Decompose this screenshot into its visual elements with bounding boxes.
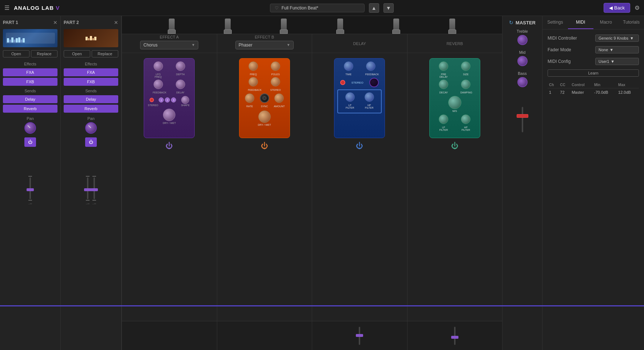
part1-fxa-button[interactable]: FXA — [3, 68, 57, 76]
tab-midi[interactable]: MIDI — [568, 16, 593, 29]
treble-knob[interactable] — [517, 35, 528, 45]
master-sync-icon: ↻ — [509, 20, 513, 25]
midi-table-row: 172Master-70.0dB12.0dB — [548, 88, 639, 97]
heart-icon[interactable]: ♡ — [275, 5, 279, 11]
nav-down-button[interactable]: ▼ — [383, 3, 394, 13]
part2-pan-knob[interactable] — [85, 122, 97, 134]
part2-reverb-button[interactable]: Reverb — [64, 105, 118, 113]
mid-knob[interactable] — [517, 56, 528, 66]
tab-settings[interactable]: Settings — [542, 16, 568, 29]
master-fader[interactable] — [522, 107, 523, 132]
reverb-send-fader[interactable] — [454, 327, 456, 345]
effect-a-label: EFFECT A — [160, 35, 179, 39]
back-button[interactable]: ◀ Back — [604, 3, 630, 13]
part2-fader-left[interactable]: –∞ — [86, 176, 90, 205]
fader-mode-select[interactable]: None ▼ — [595, 46, 639, 53]
cable-6 — [448, 19, 456, 34]
bass-knob[interactable] — [517, 77, 528, 87]
part1-replace-button[interactable]: Replace — [31, 50, 57, 57]
reverb-predelay-knob[interactable] — [439, 61, 448, 71]
part1-close-button[interactable]: ✕ — [53, 20, 57, 25]
reverb-pedal: PRE DELAY SIZE DECAY DAMPING M/S — [429, 58, 480, 138]
treble-eq-item: Treble — [506, 29, 538, 45]
col-cc: CC — [558, 82, 570, 88]
chorus-drywet-knob[interactable] — [163, 109, 175, 121]
delay-ping-pong-knob[interactable] — [369, 78, 379, 87]
part1-fxb-button[interactable]: FXB — [3, 78, 57, 86]
delay-lp-filter-knob[interactable] — [345, 92, 355, 102]
part2-open-button[interactable]: Open — [64, 50, 90, 57]
phaser-freq-knob[interactable] — [249, 61, 258, 71]
delay-time-knob[interactable] — [344, 61, 353, 71]
part1-open-button[interactable]: Open — [3, 50, 29, 57]
reverb-hp-filter-knob[interactable] — [461, 114, 470, 124]
tab-macro[interactable]: Macro — [593, 16, 619, 29]
reverb-power-button[interactable]: ⏻ — [451, 142, 458, 150]
part2-close-button[interactable]: ✕ — [114, 20, 118, 25]
right-tabs: Settings MIDI Macro Tutorials — [542, 16, 644, 29]
part1-pan-knob[interactable] — [24, 122, 36, 134]
effect-b-power-button[interactable]: ⏻ — [261, 142, 268, 150]
part1-reverb-button[interactable]: Reverb — [3, 105, 57, 113]
part2-fader-right[interactable]: –∞ — [92, 176, 96, 205]
chorus-shape-knob[interactable] — [181, 96, 189, 104]
learn-button[interactable]: Learn — [548, 69, 639, 77]
effects-faders-row — [122, 321, 502, 350]
chorus-depth-knob[interactable] — [176, 61, 185, 71]
reverb-ms-knob[interactable] — [448, 96, 461, 109]
reverb-lp-filter-knob[interactable] — [439, 114, 448, 124]
midi-controller-select[interactable]: Generic 9 Knobs ▼ — [595, 35, 639, 42]
delay-feedback-knob[interactable] — [366, 61, 375, 71]
reverb-size-knob[interactable] — [461, 61, 470, 71]
delay-slot: TIME FEEDBACK STEREO — [312, 53, 408, 321]
part2-power-button[interactable]: ⏻ — [85, 137, 97, 147]
part2-header: PART 2 ✕ — [64, 20, 118, 25]
delay-send-fader[interactable] — [359, 327, 360, 345]
part1-fader[interactable]: –∞ — [28, 176, 32, 205]
menu-icon[interactable]: ☰ — [4, 4, 9, 11]
delay-power-button[interactable]: ⏻ — [356, 142, 363, 150]
part1-thumbnail[interactable] — [3, 29, 57, 47]
phaser-drywet-knob[interactable] — [258, 110, 271, 123]
phaser-feedback-knob[interactable] — [249, 77, 258, 87]
settings-icon[interactable]: ⚙ — [635, 4, 640, 11]
chorus-selector[interactable]: 1 2 3 — [159, 97, 176, 102]
phaser-sync-knob[interactable] — [260, 93, 269, 103]
part1-header: PART 1 ✕ — [3, 20, 57, 25]
chorus-delay-knob[interactable] — [176, 80, 185, 89]
part2-fxa-button[interactable]: FXA — [64, 68, 118, 76]
phaser-poles-knob[interactable] — [271, 61, 280, 71]
tab-tutorials[interactable]: Tutorials — [619, 16, 644, 29]
reverb-decay-knob[interactable] — [439, 80, 448, 89]
delay-stereo-label: STEREO — [351, 81, 363, 84]
part2-thumbnail[interactable] — [64, 29, 118, 47]
midi-config-select[interactable]: User1 ▼ — [595, 58, 639, 65]
chorus-power-led — [150, 98, 154, 102]
midi-table: Ch CC Control Min Max 172Master-70.0dB12… — [548, 82, 639, 96]
cable-3 — [280, 19, 288, 34]
effect-a-power-button[interactable]: ⏻ — [166, 142, 173, 150]
reverb-slot: PRE DELAY SIZE DECAY DAMPING M/S — [408, 53, 502, 321]
master-column: ↻ MASTER Treble Mid Bass — [502, 16, 542, 350]
part2-replace-button[interactable]: Replace — [92, 50, 118, 57]
effect-b-dropdown[interactable]: Phaser ▼ — [235, 41, 294, 49]
right-panel: Settings MIDI Macro Tutorials MIDI Contr… — [542, 16, 644, 350]
nav-up-button[interactable]: ▲ — [369, 3, 379, 13]
midi-cell-cc: 72 — [558, 88, 570, 97]
phaser-rate-knob[interactable] — [245, 93, 254, 103]
part1-pan-label: Pan — [3, 116, 57, 121]
phaser-stereo-knob[interactable] — [271, 77, 280, 87]
phaser-amount-knob[interactable] — [274, 93, 284, 103]
reverb-damping-knob[interactable] — [461, 80, 470, 89]
part1-power-button[interactable]: ⏻ — [24, 137, 36, 147]
delay-hp-filter-knob[interactable] — [365, 92, 374, 102]
chorus-feedback-knob[interactable] — [154, 80, 163, 89]
effect-a-dropdown[interactable]: Chorus ▼ — [140, 41, 198, 49]
part2-sends-label: Sends — [64, 89, 118, 93]
part1-delay-button[interactable]: Delay — [3, 95, 57, 103]
midi-controller-label: MIDI Controller — [548, 36, 577, 41]
midi-config-label: MIDI Config — [548, 59, 571, 64]
part2-fxb-button[interactable]: FXB — [64, 78, 118, 86]
chorus-lfo-freq-knob[interactable] — [154, 61, 163, 71]
part2-delay-button[interactable]: Delay — [64, 95, 118, 103]
